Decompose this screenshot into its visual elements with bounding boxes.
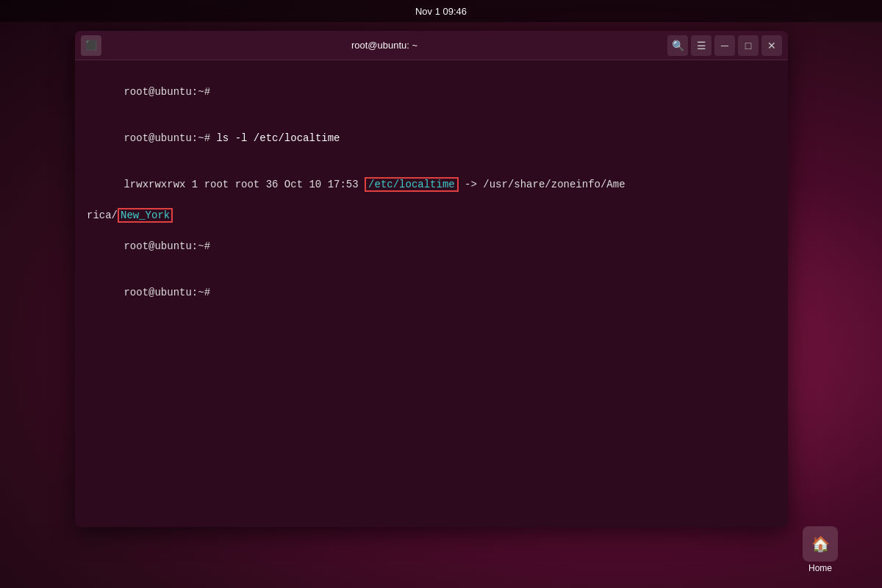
prompt-5: root@ubuntu:~# — [123, 287, 210, 298]
terminal-line-1: root@ubuntu:~# — [87, 69, 776, 115]
command-text: ls -l /etc/localtime — [216, 132, 340, 144]
home-icon[interactable]: 🏠 — [803, 526, 838, 562]
terminal-line-5: root@ubuntu:~# — [87, 270, 776, 316]
localtime-highlight: /etc/localtime — [365, 177, 459, 192]
prompt-2: root@ubuntu:~# — [123, 132, 216, 144]
close-button[interactable]: ✕ — [761, 35, 782, 56]
terminal-line-2: root@ubuntu:~# ls -l /etc/localtime — [87, 115, 776, 162]
terminal-icon[interactable]: ⬛ — [81, 35, 101, 56]
dock-home-item[interactable]: 🏠 Home — [803, 526, 838, 573]
dock-home-label: Home — [808, 563, 832, 573]
symlink-cont-prefix: rica/ — [87, 209, 118, 221]
dock-area: 🏠 Home — [803, 526, 838, 573]
titlebar-left: ⬛ — [81, 35, 101, 56]
symlink-arrow: -> /usr/share/zoneinfo/Ame — [459, 179, 625, 190]
terminal-line-3: lrwxrwxrwx 1 root root 36 Oct 10 17:53 /… — [87, 162, 776, 208]
prompt-1: root@ubuntu:~# — [123, 86, 210, 98]
search-button[interactable]: 🔍 — [667, 35, 688, 56]
taskbar: Nov 1 09:46 — [0, 0, 882, 22]
terminal-window: ⬛ root@ubuntu: ~ 🔍 ☰ ─ □ ✕ root@ubuntu:~… — [75, 31, 788, 527]
menu-button[interactable]: ☰ — [691, 35, 711, 56]
terminal-titlebar: ⬛ root@ubuntu: ~ 🔍 ☰ ─ □ ✕ — [75, 31, 788, 60]
newyork-highlight: New_York — [118, 208, 173, 223]
maximize-button[interactable]: □ — [738, 35, 759, 56]
terminal-content[interactable]: root@ubuntu:~# root@ubuntu:~# ls -l /etc… — [75, 60, 788, 527]
terminal-line-3-cont: rica/New_York — [87, 208, 776, 223]
titlebar-controls: 🔍 ☰ ─ □ ✕ — [667, 35, 782, 56]
minimize-button[interactable]: ─ — [714, 35, 735, 56]
taskbar-datetime: Nov 1 09:46 — [415, 6, 467, 17]
prompt-4: root@ubuntu:~# — [123, 240, 210, 252]
terminal-title: root@ubuntu: ~ — [101, 40, 667, 51]
terminal-line-4: root@ubuntu:~# — [87, 223, 776, 270]
symlink-perms: lrwxrwxrwx 1 root root 36 Oct 10 17:53 — [123, 179, 365, 190]
